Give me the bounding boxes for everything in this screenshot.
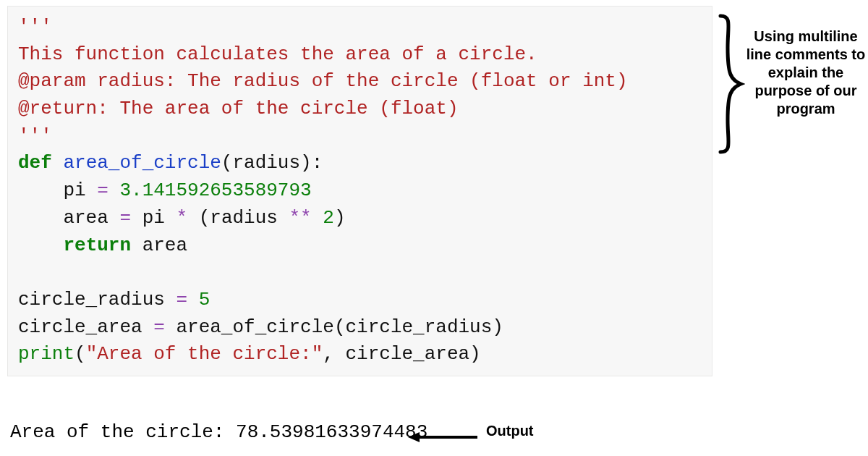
code-line: circle_radius = 5 (18, 287, 702, 314)
code-token: area (131, 235, 187, 256)
code-token: 3.141592653589793 (119, 180, 311, 201)
code-line: @param radius: The radius of the circle … (18, 68, 702, 96)
code-line: circle_area = area_of_circle(circle_radi… (18, 314, 702, 342)
code-token: print (18, 343, 75, 365)
code-token: def (18, 152, 52, 174)
code-token: (radius (187, 207, 289, 229)
code-token: = (153, 316, 165, 338)
code-token: = (97, 180, 109, 201)
code-line: ''' (18, 123, 702, 151)
code-token (18, 235, 63, 256)
code-token: area (18, 207, 119, 229)
code-line: pi = 3.141592653589793 (18, 177, 702, 205)
annotation-multiline-comments: Using multiline line comments to explain… (745, 28, 867, 118)
code-line: @return: The area of the circle (float) (18, 96, 702, 123)
code-token: circle_area (18, 316, 153, 338)
code-token: = (176, 289, 187, 311)
code-line (18, 259, 702, 287)
code-token: ) (334, 207, 346, 229)
code-line: return area (18, 232, 702, 260)
code-token: ''' (18, 16, 52, 38)
code-token: ( (75, 343, 86, 365)
code-line: This function calculates the area of a c… (18, 41, 702, 69)
code-token: 2 (323, 207, 334, 229)
code-token: pi (131, 207, 176, 229)
code-token: return (63, 235, 131, 256)
code-token (312, 207, 323, 229)
code-line: print("Area of the circle:", circle_area… (18, 341, 702, 368)
code-token: circle_radius (18, 289, 176, 311)
code-token: @return: The area of the circle (float) (18, 98, 459, 119)
code-line: def area_of_circle(radius): (18, 150, 702, 177)
brace-icon (716, 12, 745, 156)
code-token: area_of_circle(circle_radius) (165, 316, 503, 338)
code-token: (radius): (221, 152, 323, 174)
code-block: '''This function calculates the area of … (7, 6, 712, 376)
arrow-left-icon (408, 430, 480, 444)
output-label: Output (486, 423, 534, 439)
code-token: * (176, 207, 187, 229)
code-token: This function calculates the area of a c… (18, 43, 537, 65)
code-token: ''' (18, 125, 52, 147)
code-token: @param radius: The radius of the circle … (18, 70, 628, 92)
code-token: = (119, 207, 131, 229)
code-token: 5 (199, 289, 210, 311)
code-token: pi (18, 180, 97, 201)
code-token: "Area of the circle:" (86, 343, 323, 365)
program-output: Area of the circle: 78.53981633974483 (10, 421, 427, 443)
svg-marker-1 (408, 432, 420, 442)
code-token: area_of_circle (63, 152, 221, 174)
code-token (52, 152, 64, 174)
code-line: ''' (18, 14, 702, 41)
code-token: , circle_area) (323, 343, 480, 365)
code-token: ** (289, 207, 312, 229)
code-line: area = pi * (radius ** 2) (18, 205, 702, 232)
code-token (187, 289, 199, 311)
code-token (109, 180, 120, 201)
